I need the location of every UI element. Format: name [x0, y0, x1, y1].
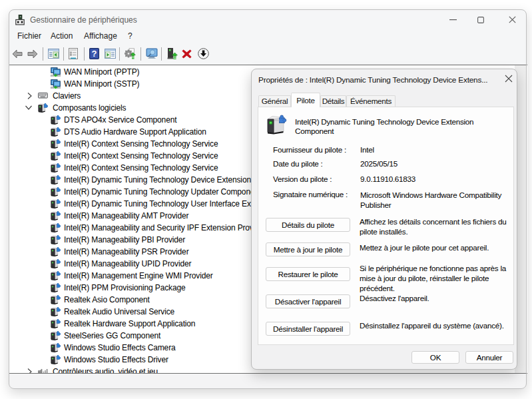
svg-text:?: ? — [92, 49, 97, 59]
